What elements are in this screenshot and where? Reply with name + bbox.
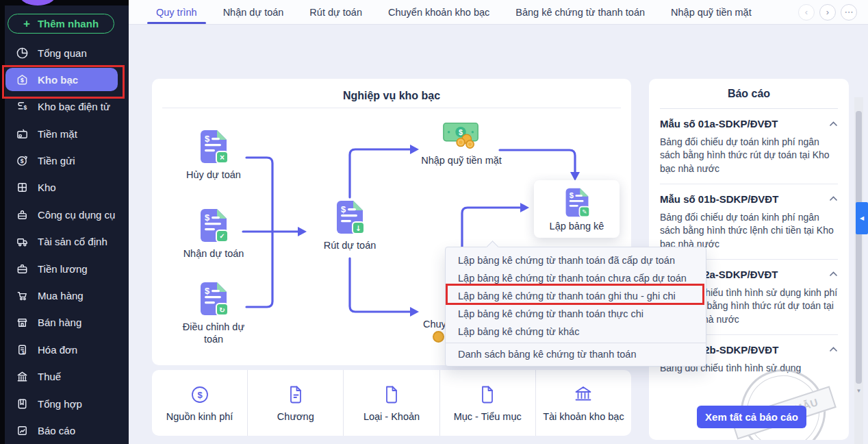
chevron-up-icon[interactable] bbox=[829, 121, 838, 127]
sidebar-item-label: Tiền mặt bbox=[38, 128, 77, 140]
deposit-icon: $ bbox=[16, 154, 29, 167]
flow-node-label: Hủy dự toán bbox=[186, 169, 241, 181]
shortcut-label: Loại - Khoản bbox=[363, 411, 420, 422]
document-download-icon: ↓ bbox=[334, 199, 366, 235]
sidebar-item-label: Kho bbox=[38, 182, 56, 193]
treasury-icon: $ bbox=[16, 73, 29, 86]
tab-rut-du-toan[interactable]: Rút dự toán bbox=[309, 7, 362, 18]
sidebar-item-kho-bac[interactable]: $ Kho bạc bbox=[5, 68, 118, 91]
sidebar-item-cong-cu-dung-cu[interactable]: Công cụ dụng cụ bbox=[0, 201, 129, 228]
sidebar-item-label: Bán hàng bbox=[38, 317, 81, 328]
flow-title: Nghiệp vụ kho bạc bbox=[152, 90, 631, 102]
shortcut-muc-tieu-muc[interactable]: Mục - Tiểu mục bbox=[440, 370, 536, 436]
menu-item-da-cap-du-toan[interactable]: Lập bảng kê chứng từ thanh toán đã cấp d… bbox=[446, 251, 706, 269]
toolbox-icon bbox=[16, 208, 29, 221]
document-refresh-icon: ↻ bbox=[198, 281, 229, 317]
flow-title-divider bbox=[162, 108, 621, 108]
menu-item-chua-cap-du-toan[interactable]: Lập bảng kê chứng từ thanh toán chưa cấp… bbox=[446, 269, 706, 287]
pie-chart-icon bbox=[16, 47, 29, 60]
flow-node-rut-du-toan[interactable]: ↓ Rút dự toán bbox=[312, 199, 387, 251]
chevron-up-icon[interactable] bbox=[829, 347, 838, 352]
sidebar-item-label: Công cụ dụng cụ bbox=[38, 209, 115, 221]
shortcut-loai-khoan[interactable]: Loại - Khoản bbox=[344, 370, 439, 436]
page-scrollbar-thumb[interactable] bbox=[856, 111, 862, 384]
flow-node-lap-bang-ke[interactable]: ✎ Lập bảng kê bbox=[534, 180, 620, 238]
store-icon bbox=[16, 316, 29, 329]
shortcut-label: Mục - Tiểu mục bbox=[454, 411, 522, 422]
sidebar-item-label: Báo cáo bbox=[38, 425, 75, 436]
sidebar-item-ban-hang[interactable]: Bán hàng bbox=[0, 309, 129, 336]
flow-node-label: Nhập quỹ tiền mặt bbox=[421, 154, 502, 166]
coin-icon-fragment bbox=[433, 331, 444, 343]
tabs-more-icon[interactable]: ⋯ bbox=[841, 4, 857, 21]
tab-quy-trinh[interactable]: Quy trình bbox=[156, 7, 197, 18]
view-all-reports-button[interactable]: Xem tất cả báo cáo bbox=[697, 406, 806, 428]
sidebar-item-tien-gui[interactable]: $ Tiền gửi bbox=[0, 147, 129, 174]
sidebar-item-tien-luong[interactable]: Tiền lương bbox=[0, 256, 129, 282]
svg-text:↓: ↓ bbox=[355, 224, 361, 232]
sidebar-item-tong-hop[interactable]: Tổng hợp bbox=[0, 391, 129, 417]
document-cancel-icon: × bbox=[198, 129, 229, 164]
svg-text:$: $ bbox=[23, 104, 27, 111]
cash-bill-coins-icon: $ bbox=[442, 120, 481, 150]
sidebar-item-kho-bac-dien-tu[interactable]: $ Kho bạc điện tử bbox=[0, 93, 129, 120]
shortcut-chuong[interactable]: Chương bbox=[248, 370, 344, 436]
sidebar-item-bao-cao[interactable]: Báo cáo bbox=[0, 417, 129, 444]
cart-icon bbox=[16, 289, 29, 302]
sidebar: + Thêm nhanh Tổng quan $ Kho bạc $ Kho b… bbox=[0, 0, 129, 444]
sidebar-item-label: Kho bạc bbox=[38, 74, 78, 86]
sidebar-item-label: Mua hàng bbox=[38, 290, 84, 301]
sidebar-item-tien-mat[interactable]: Tiền mặt bbox=[0, 121, 129, 147]
tabs-scroll-left-icon[interactable]: ‹ bbox=[798, 4, 815, 21]
svg-text:$: $ bbox=[459, 128, 463, 136]
sidebar-item-tai-san-co-dinh[interactable]: Tài sản cố định bbox=[0, 228, 129, 255]
report-code: Mẫu số 01b-SDKP/ĐVĐT bbox=[660, 193, 778, 205]
document-attach-icon: ✎ bbox=[563, 187, 591, 218]
tab-nhap-quy-tien-mat[interactable]: Nhập quỹ tiền mặt bbox=[671, 7, 752, 18]
menu-item-thuc-chi[interactable]: Lập bảng kê chứng từ thanh toán thực chi bbox=[446, 305, 706, 323]
document-icon bbox=[477, 384, 498, 405]
menu-item-ghi-thu-ghi-chi[interactable]: Lập bảng kê chứng từ thanh toán ghi thu … bbox=[446, 287, 706, 305]
menu-item-danh-sach[interactable]: Danh sách bảng kê chứng từ thanh toán bbox=[446, 345, 706, 363]
tab-bang-ke-chung-tu[interactable]: Bảng kê chứng từ thanh toán bbox=[515, 7, 645, 18]
sidebar-item-mua-hang[interactable]: Mua hàng bbox=[0, 282, 129, 309]
flow-node-nhan-du-toan[interactable]: ✓ Nhận dự toán bbox=[176, 208, 251, 260]
book-icon bbox=[16, 397, 29, 410]
quick-add-label: Thêm nhanh bbox=[38, 18, 99, 29]
panel-collapse-handle[interactable]: ◀ bbox=[856, 202, 868, 234]
flow-node-label: Lập bảng kê bbox=[550, 221, 604, 232]
tab-bar: Quy trình Nhận dự toán Rút dự toán Chuyể… bbox=[129, 0, 868, 25]
category-shortcuts-card: $ Nguồn kinh phí Chương Loại - Khoản Mục… bbox=[152, 370, 631, 436]
shortcut-label: Chương bbox=[277, 411, 314, 422]
shortcut-nguon-kinh-phi[interactable]: $ Nguồn kinh phí bbox=[152, 370, 248, 436]
bank-icon bbox=[16, 370, 29, 383]
svg-text:×: × bbox=[220, 153, 225, 162]
svg-text:$: $ bbox=[197, 390, 203, 400]
tab-nhan-du-toan[interactable]: Nhận dự toán bbox=[223, 7, 284, 18]
tabs-scroll-right-icon[interactable]: › bbox=[819, 4, 836, 21]
sidebar-item-hoa-don[interactable]: $ Hóa đơn bbox=[0, 336, 129, 363]
report-code-row[interactable]: Mẫu số 01a-SDKP/ĐVĐT bbox=[660, 118, 838, 130]
report-code: Mẫu số 01a-SDKP/ĐVĐT bbox=[660, 118, 778, 130]
report-desc: Bảng đối chiếu dự toán kinh phí ngân sác… bbox=[660, 211, 838, 251]
scroll-down-arrow-icon[interactable]: ▼ bbox=[856, 388, 862, 394]
sidebar-item-thue[interactable]: Thuế bbox=[0, 363, 129, 390]
chevron-up-icon[interactable] bbox=[829, 271, 838, 277]
menu-divider bbox=[446, 343, 706, 343]
shortcut-tai-khoan-kho-bac[interactable]: Tài khoản kho bạc bbox=[536, 370, 631, 436]
svg-text:$: $ bbox=[22, 349, 25, 354]
tab-chuyen-khoan-kho-bac[interactable]: Chuyển khoản kho bạc bbox=[388, 7, 489, 18]
document-icon bbox=[381, 384, 402, 405]
svg-text:✎: ✎ bbox=[582, 208, 587, 215]
flow-node-huy-du-toan[interactable]: × Hủy dự toán bbox=[176, 129, 251, 181]
report-code-row[interactable]: Mẫu số 01b-SDKP/ĐVĐT bbox=[660, 193, 838, 205]
chevron-up-icon[interactable] bbox=[829, 196, 838, 201]
chart-icon bbox=[16, 424, 29, 437]
sidebar-item-kho[interactable]: Kho bbox=[0, 174, 129, 201]
flow-node-nhap-quy-tien-mat[interactable]: $ Nhập quỹ tiền mặt bbox=[420, 120, 502, 166]
menu-item-chung-tu-khac[interactable]: Lập bảng kê chứng từ khác bbox=[446, 323, 706, 341]
quick-add-button[interactable]: + Thêm nhanh bbox=[8, 14, 114, 34]
sidebar-item-tong-quan[interactable]: Tổng quan bbox=[0, 40, 129, 66]
sidebar-item-label: Tổng hợp bbox=[38, 398, 82, 410]
flow-node-dieu-chinh-du-toan[interactable]: ↻ Điều chỉnh dự toán bbox=[173, 281, 255, 345]
